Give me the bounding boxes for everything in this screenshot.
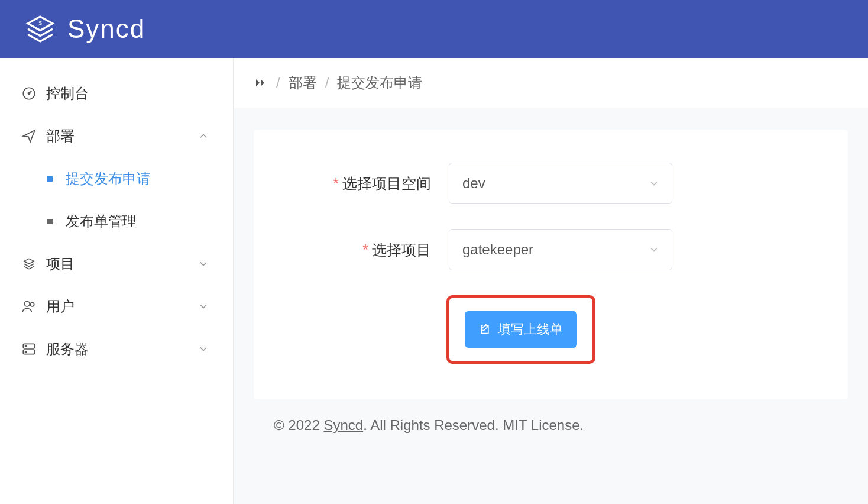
main-content: / 部署 / 提交发布申请 *选择项目空间 dev bbox=[234, 58, 868, 504]
svg-point-3 bbox=[28, 92, 30, 94]
sidebar-item-label: 部署 bbox=[46, 127, 212, 146]
sidebar-item-label: 控制台 bbox=[46, 84, 212, 103]
send-icon bbox=[21, 128, 37, 144]
sidebar-item-project[interactable]: 项目 bbox=[0, 243, 233, 285]
app-name: Syncd bbox=[67, 14, 145, 44]
logo[interactable]: S Syncd bbox=[24, 12, 145, 46]
chevron-down-icon bbox=[197, 343, 209, 355]
chevron-down-icon bbox=[648, 177, 660, 189]
sidebar-subitem-label: 发布单管理 bbox=[66, 212, 137, 231]
project-select[interactable]: gatekeeper bbox=[449, 229, 672, 270]
footer: © 2022 Syncd. All Rights Reserved. MIT L… bbox=[254, 399, 848, 440]
sidebar-item-dashboard[interactable]: 控制台 bbox=[0, 72, 233, 115]
breadcrumb-deploy[interactable]: 部署 bbox=[289, 73, 317, 92]
sidebar-item-label: 服务器 bbox=[46, 340, 212, 358]
gauge-icon bbox=[21, 86, 37, 101]
submit-button[interactable]: 填写上线单 bbox=[465, 311, 577, 348]
sidebar-item-server[interactable]: 服务器 bbox=[0, 328, 233, 370]
svg-point-5 bbox=[24, 301, 30, 306]
submit-button-label: 填写上线单 bbox=[498, 321, 563, 338]
sidebar-item-label: 项目 bbox=[46, 254, 212, 273]
breadcrumb-separator: / bbox=[276, 75, 280, 91]
chevron-up-icon bbox=[197, 130, 209, 142]
chevron-down-icon bbox=[197, 301, 209, 312]
bullet-icon bbox=[47, 219, 53, 224]
svg-point-9 bbox=[25, 345, 27, 347]
breadcrumb-current: 提交发布申请 bbox=[337, 73, 422, 92]
form-row-space: *选择项目空间 dev bbox=[295, 163, 807, 204]
breadcrumb-separator: / bbox=[325, 75, 329, 91]
footer-link[interactable]: Syncd bbox=[323, 417, 363, 433]
form-card: *选择项目空间 dev *选择项目 gatekeeper bbox=[254, 130, 848, 399]
project-value: gatekeeper bbox=[462, 241, 533, 258]
users-icon bbox=[21, 299, 37, 314]
sidebar-item-user[interactable]: 用户 bbox=[0, 285, 233, 328]
svg-point-10 bbox=[25, 351, 27, 353]
bullet-icon bbox=[47, 176, 53, 182]
layers-icon: S bbox=[24, 12, 57, 46]
sidebar-item-label: 用户 bbox=[46, 297, 212, 316]
sidebar-subitem-submit[interactable]: 提交发布申请 bbox=[0, 157, 233, 200]
sidebar-item-deploy[interactable]: 部署 bbox=[0, 115, 233, 157]
svg-marker-4 bbox=[24, 259, 34, 264]
breadcrumb: / 部署 / 提交发布申请 bbox=[234, 58, 868, 108]
space-select[interactable]: dev bbox=[449, 163, 672, 204]
project-label: *选择项目 bbox=[295, 240, 431, 260]
forward-icon[interactable] bbox=[254, 76, 268, 90]
chevron-down-icon bbox=[648, 244, 660, 256]
highlight-annotation: 填写上线单 bbox=[446, 295, 595, 364]
sidebar-subitem-label: 提交发布申请 bbox=[66, 169, 151, 188]
sidebar-subitem-manage[interactable]: 发布单管理 bbox=[0, 200, 233, 243]
app-header: S Syncd bbox=[0, 0, 868, 58]
server-icon bbox=[21, 341, 37, 357]
space-label: *选择项目空间 bbox=[295, 174, 431, 193]
edit-icon bbox=[479, 324, 491, 335]
svg-text:S: S bbox=[38, 20, 42, 26]
sidebar-submenu-deploy: 提交发布申请 发布单管理 bbox=[0, 157, 233, 243]
space-value: dev bbox=[462, 175, 485, 192]
sidebar: 控制台 部署 提交发布申请 发布单管理 bbox=[0, 58, 234, 504]
chevron-down-icon bbox=[197, 258, 209, 270]
svg-point-6 bbox=[30, 303, 34, 307]
form-row-project: *选择项目 gatekeeper bbox=[295, 229, 807, 270]
layers-icon bbox=[21, 256, 37, 272]
